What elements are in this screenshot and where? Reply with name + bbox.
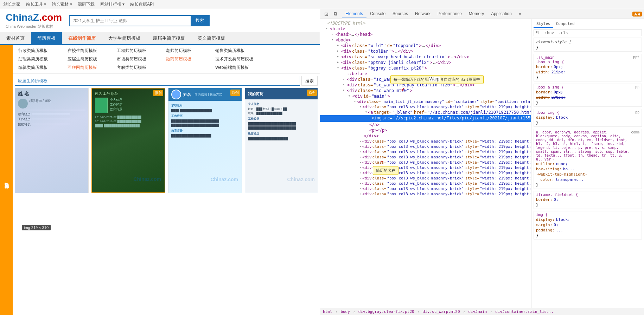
- devtools-device-btn[interactable]: ⧉: [331, 10, 340, 18]
- dt-box-11[interactable]: <div class="box col3 ws_block masonry-br…: [320, 186, 531, 191]
- top-nav-api[interactable]: 站长数据API: [130, 1, 154, 7]
- dt-box-10[interactable]: <div class="box col3 ws_block masonry-br…: [320, 181, 531, 186]
- dt-div-close[interactable]: </div>: [320, 133, 531, 139]
- dt-bggray[interactable]: <div class="bggray clearfix pt20">: [320, 65, 531, 71]
- card-watermark-2: Chinaz.com: [133, 176, 161, 182]
- sub-nav-web[interactable]: Web前端简历模板: [215, 64, 259, 71]
- card-label-3: 原创: [230, 90, 240, 96]
- dt-anchor[interactable]: <a target="_blank" href="//sc.chinaz.com…: [320, 110, 531, 115]
- dt-tab-application[interactable]: Application: [487, 10, 515, 18]
- dt-toppanel[interactable]: <div class="w ld" id="toppanel">…</div>: [320, 43, 531, 48]
- top-nav-source[interactable]: 源码下载: [78, 1, 95, 7]
- dt-img-selected[interactable]: <img src="//scpic2.chinaz.net/Files/pic/…: [320, 115, 531, 122]
- style-val-margin-img: 0;: [554, 223, 558, 227]
- style-display-img: display: block;: [536, 217, 639, 222]
- sub-nav-admin[interactable]: 行政类简历模板: [18, 47, 62, 54]
- dt-sc-warp-head[interactable]: <div class="sc_warp head bgwhite clearfi…: [320, 54, 531, 60]
- sub-nav-wecom[interactable]: 微商简历模板: [166, 55, 210, 63]
- style-block-jl-main: .jl_main ppt .box a img { border: 0px; w…: [534, 54, 642, 81]
- top-nav-ranking[interactable]: 网站排行榜 ▾: [100, 1, 125, 7]
- style-prop-border-s: border:: [536, 90, 552, 94]
- dt-tab-memory[interactable]: Memory: [465, 10, 487, 18]
- dt-box-6[interactable]: <div class="box col3 ws_block masonry-br…: [320, 160, 531, 165]
- dt-tab-sources[interactable]: Sources: [389, 10, 412, 18]
- sub-nav-teacher[interactable]: 老师简历模板: [166, 47, 210, 54]
- card-watermark-3: Chinaz.com: [210, 177, 238, 182]
- resume-card-4[interactable]: 我的简历 个人信息 姓名：███ 性别：█ 年龄：██ 联系：█████████…: [245, 88, 318, 193]
- sub-nav-customer[interactable]: 客服类简历模板: [117, 64, 160, 71]
- dt-body[interactable]: <body>: [320, 37, 531, 43]
- resume-search-button[interactable]: 搜索: [301, 76, 318, 86]
- tab-graduate[interactable]: 应届生简历模板: [147, 32, 191, 44]
- logo-search-area: ChinaZ.com China Webmaster 站长素材 搜索: [0, 9, 320, 32]
- logo-dot: .com: [39, 12, 62, 23]
- style-border-0: border: 0px;: [536, 64, 639, 70]
- dt-p[interactable]: <p></p>: [320, 127, 531, 133]
- dt-box-9[interactable]: <div class="box col3 ws_block masonry-br…: [320, 176, 531, 181]
- tab-home[interactable]: 素材首页: [0, 32, 31, 44]
- dt-bgwhite[interactable]: <div class="sc_warp bgwhite">…</div>: [320, 77, 531, 82]
- dt-sc-warp-mt20[interactable]: <div class="sc_warp mt20">: [320, 88, 531, 93]
- sub-nav-sales[interactable]: 销售类简历模板: [215, 47, 259, 54]
- dt-toolbar[interactable]: <div class="toolBar">…</div>: [320, 48, 531, 54]
- sub-nav-student[interactable]: 在校生简历模板: [68, 47, 111, 54]
- top-nav-material[interactable]: 站长素材 ▾: [52, 1, 72, 7]
- tab-resume[interactable]: 简历模板: [31, 32, 62, 44]
- dt-tab-performance[interactable]: Performance: [434, 10, 465, 18]
- content-area: 热门推荐 行政类简历模板 助理类简历模板 编辑类简历模板 在校生简历模板 应届生…: [0, 45, 320, 315]
- dt-box-7[interactable]: <div class="box col3 ws_block masonry-br…: [320, 165, 531, 170]
- dt-container[interactable]: <div class="main_list jl_main masonry" i…: [320, 99, 531, 104]
- sub-nav-engineer[interactable]: 工程师简历模板: [117, 47, 160, 54]
- resume-card-1[interactable]: 姓 名 求职意向 / 岗位 教育经历 ━━━━━━━━━━━━: [15, 88, 89, 193]
- bc-body[interactable]: body: [340, 309, 350, 314]
- dt-box-12[interactable]: <div class="box col3 ws_block masonry-br…: [320, 191, 531, 197]
- tab-student[interactable]: 大学生简历模板: [102, 32, 147, 44]
- bc-main[interactable]: div#main: [468, 309, 487, 314]
- resume-card-3[interactable]: 姓名 简历信息 | 联系方式 求职意向 ████ ███████████████…: [168, 88, 242, 193]
- style-source-pp2: pp: [635, 110, 639, 115]
- style-filter-input[interactable]: [534, 29, 642, 36]
- bc-sc-warp[interactable]: div.sc_warp.mt20: [423, 309, 460, 314]
- top-nav: 站长之家 站长工具 ▾ 站长素材 ▾ 源码下载 网站排行榜 ▾ 站长数据API: [0, 0, 644, 9]
- dt-tab-network[interactable]: Network: [412, 10, 434, 18]
- sub-nav-edit[interactable]: 编辑类简历模板: [18, 64, 62, 71]
- resume-search-input[interactable]: [15, 76, 300, 86]
- tab-online-resume[interactable]: 在线制作简历: [62, 32, 102, 44]
- dt-html[interactable]: <html>: [320, 26, 531, 32]
- dt-box-1[interactable]: <div class="box col3 ws_block masonry-br…: [320, 104, 531, 110]
- dt-box-8[interactable]: <div class="box col3 ws_block masonry-br…: [320, 170, 531, 176]
- resume-card-2[interactable]: 姓名 工号 职位 个人信息 工作经历 教育背景: [91, 88, 165, 193]
- sub-nav-market[interactable]: 市场类简历模板: [117, 55, 160, 63]
- bc-html[interactable]: html: [323, 309, 332, 314]
- search-button[interactable]: 搜索: [191, 16, 209, 26]
- dt-anchor-close[interactable]: </a>: [320, 122, 531, 127]
- dt-tab-more[interactable]: »: [515, 10, 525, 18]
- dt-doctype[interactable]: <!DOCTYPE html>: [320, 20, 531, 26]
- dt-freepay[interactable]: <div class="sc_warp freepay clearfix mt2…: [320, 82, 531, 88]
- bc-bggray[interactable]: div.bggray.clearfix.pt20: [358, 309, 414, 314]
- sub-nav-assist[interactable]: 助理类简历模板: [18, 55, 62, 63]
- devtools-inspect-btn[interactable]: ⊡: [322, 10, 331, 18]
- sub-nav-tech[interactable]: 技术开发类简历模板: [215, 55, 259, 63]
- tab-english[interactable]: 英文简历模板: [191, 32, 231, 44]
- top-nav-tools[interactable]: 站长工具 ▾: [26, 1, 46, 7]
- dt-box-4[interactable]: <div class="box col3 ws_block masonry-br…: [320, 149, 531, 155]
- dt-main[interactable]: <div id="main">: [320, 93, 531, 99]
- dt-tab-elements[interactable]: Elements: [342, 10, 366, 18]
- element-style-header: element.style {: [536, 40, 639, 44]
- dt-before[interactable]: ::before: [320, 71, 531, 77]
- bc-container[interactable]: div#container.main_lis...: [495, 309, 554, 314]
- top-nav-home[interactable]: 站长之家: [4, 1, 20, 7]
- dt-box-3[interactable]: <div class="box col3 ws_block masonry-br…: [320, 144, 531, 149]
- sub-nav-fresh[interactable]: 应届生简历模板: [68, 55, 111, 63]
- card-watermark-4: Chinaz.com: [287, 177, 315, 182]
- sub-nav-internet[interactable]: 互联网简历模板: [68, 64, 111, 71]
- dt-head[interactable]: <head>…</head>: [320, 32, 531, 37]
- style-tab-computed[interactable]: Computed: [553, 20, 578, 28]
- style-tab-styles[interactable]: Styles: [534, 20, 553, 28]
- search-input[interactable]: [70, 16, 191, 26]
- dt-box-2[interactable]: <div class="box col3 ws_block masonry-br…: [320, 139, 531, 144]
- dt-pptnav[interactable]: <div class="pptnav jianli clearfix">…</d…: [320, 60, 531, 65]
- dt-box-5[interactable]: <div class="box col3 ws_block masonry-br…: [320, 155, 531, 160]
- dt-tab-console[interactable]: Console: [366, 10, 389, 18]
